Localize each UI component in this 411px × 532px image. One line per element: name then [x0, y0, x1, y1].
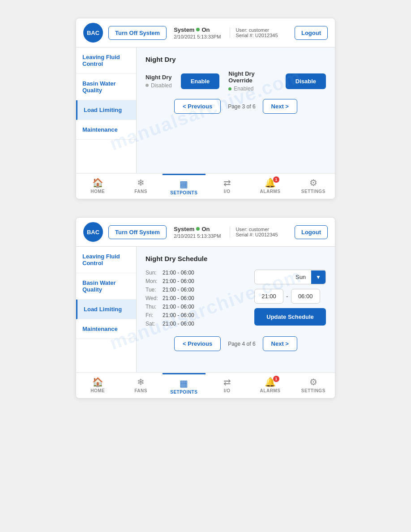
user-label: User: customer — [235, 27, 278, 33]
system-status: System On — [174, 26, 210, 33]
bac-logo: BAC — [83, 23, 103, 43]
turn-off-button-2[interactable]: Turn Off System — [108, 225, 167, 239]
page-info-1: Page 3 of 6 — [228, 103, 255, 110]
sidebar-item-load-limiting-2[interactable]: Load Limiting — [76, 300, 136, 319]
nav-home-1[interactable]: 🏠 HOME — [76, 174, 119, 199]
day-selector[interactable]: Sun ▼ — [254, 270, 326, 284]
nav-io-2[interactable]: ⇄ I/O — [206, 373, 248, 398]
sidebar-item-basin-water-2[interactable]: Basin Water Quality — [76, 273, 136, 300]
settings-icon: ⚙ — [309, 178, 317, 187]
nav-setpoints-1[interactable]: ▦ SETPOINTS — [163, 174, 206, 199]
day-mon: Mon: — [146, 278, 159, 284]
update-schedule-button[interactable]: Update Schedule — [254, 308, 326, 326]
time-fri: 21:00 - 06:00 — [163, 312, 194, 318]
schedule-list: Sun: 21:00 - 06:00 Mon: 21:00 - 06:00 Tu… — [146, 270, 245, 329]
time-sat: 21:00 - 06:00 — [163, 321, 194, 327]
sidebar-item-basin-water[interactable]: Basin Water Quality — [76, 74, 136, 100]
nav-settings-1[interactable]: ⚙ SETTINGS — [292, 174, 335, 199]
nav-alarms-2[interactable]: 🔔 1 ALARMS — [248, 373, 291, 398]
io-label-2: I/O — [224, 388, 231, 393]
system-label-2: System — [174, 226, 194, 232]
next-button-2[interactable]: Next > — [263, 336, 297, 351]
nav-fans-2[interactable]: ❄ FANS — [119, 373, 162, 398]
pagination-1: < Previous Page 3 of 6 Next > — [146, 92, 326, 117]
main-content-1: manualsarchive.com Leaving Fluid Control… — [76, 47, 335, 173]
disable-button[interactable]: Disable — [286, 73, 326, 89]
override-box: Night Dry Override Enabled — [228, 70, 276, 92]
day-tue: Tue: — [146, 287, 159, 293]
home-icon: 🏠 — [92, 178, 103, 187]
disabled-label: Disabled — [151, 82, 172, 89]
settings-label: SETTINGS — [301, 189, 325, 194]
home-label-2: HOME — [90, 388, 105, 393]
override-label: Night Dry Override — [228, 70, 276, 84]
schedule-row-wed: Wed: 21:00 - 06:00 — [146, 295, 245, 301]
schedule-controls: Sun ▼ - Update Schedule — [254, 270, 326, 329]
serial-label: Serial #: U2012345 — [235, 33, 278, 38]
nav-io-1[interactable]: ⇄ I/O — [206, 174, 248, 199]
sidebar-item-maintenance[interactable]: Maintenance — [76, 120, 136, 140]
setpoints-icon: ▦ — [180, 180, 188, 189]
main-content-2: manualsarchive.com Leaving Fluid Control… — [76, 247, 335, 372]
panel-2: BAC Turn Off System System On 2/10/2021 … — [76, 217, 335, 399]
start-time-input[interactable] — [254, 289, 283, 304]
alarm-badge-1: 1 — [273, 176, 279, 183]
schedule-row-mon: Mon: 21:00 - 06:00 — [146, 278, 245, 284]
sidebar-1: Leaving Fluid Control Basin Water Qualit… — [76, 47, 137, 173]
setpoints-label-2: SETPOINTS — [170, 390, 197, 395]
logout-button[interactable]: Logout — [295, 26, 328, 40]
schedule-row-sat: Sat: 21:00 - 06:00 — [146, 321, 245, 327]
sidebar-item-load-limiting[interactable]: Load Limiting — [76, 100, 136, 120]
setpoints-label: SETPOINTS — [170, 190, 197, 195]
fans-label: FANS — [134, 189, 147, 194]
bottom-nav-2: 🏠 HOME ❄ FANS ▦ SETPOINTS ⇄ I/O 🔔 1 ALAR… — [76, 372, 335, 398]
fans-icon-2: ❄ — [137, 378, 145, 386]
day-selector-arrow[interactable]: ▼ — [311, 270, 325, 284]
status-dot — [196, 28, 200, 31]
sidebar-item-leaving-fluid-2[interactable]: Leaving Fluid Control — [76, 247, 136, 273]
fans-label-2: FANS — [134, 388, 147, 393]
schedule-grid: Sun: 21:00 - 06:00 Mon: 21:00 - 06:00 Tu… — [146, 270, 326, 329]
schedule-row-thu: Thu: 21:00 - 06:00 — [146, 304, 245, 310]
time-mon: 21:00 - 06:00 — [163, 278, 194, 284]
override-status: Enabled — [228, 86, 253, 92]
nav-settings-2[interactable]: ⚙ SETTINGS — [292, 373, 335, 398]
day-selector-value: Sun — [255, 270, 311, 284]
enable-button[interactable]: Enable — [181, 73, 220, 89]
system-info: System On 2/10/2021 5:13:33PM — [174, 26, 221, 39]
time-inputs: - — [254, 289, 326, 304]
enabled-label: Enabled — [234, 86, 253, 92]
nav-fans-1[interactable]: ❄ FANS — [119, 174, 162, 199]
nav-alarms-1[interactable]: 🔔 1 ALARMS — [248, 174, 291, 199]
content-area-1: Night Dry Night Dry Disabled Enable Nigh… — [137, 47, 335, 173]
bottom-nav-1: 🏠 HOME ❄ FANS ▦ SETPOINTS ⇄ I/O 🔔 1 ALAR… — [76, 173, 335, 199]
system-datetime: 2/10/2021 5:13:33PM — [174, 34, 221, 39]
sidebar-2: Leaving Fluid Control Basin Water Qualit… — [76, 247, 137, 372]
enabled-dot — [228, 87, 231, 90]
end-time-input[interactable] — [291, 289, 320, 304]
nav-setpoints-2[interactable]: ▦ SETPOINTS — [163, 373, 206, 398]
settings-icon-2: ⚙ — [309, 378, 317, 386]
night-dry-label: Night Dry — [146, 74, 172, 81]
prev-button-1[interactable]: < Previous — [174, 99, 221, 114]
home-icon-2: 🏠 — [92, 378, 103, 386]
section-title-2: Night Dry Schedule — [146, 255, 326, 262]
serial-label-2: Serial #: U2012345 — [235, 232, 278, 237]
sidebar-item-maintenance-2[interactable]: Maintenance — [76, 319, 136, 339]
night-dry-row: Night Dry Disabled Enable Night Dry Over… — [146, 70, 326, 92]
time-sun: 21:00 - 06:00 — [163, 270, 194, 276]
prev-button-2[interactable]: < Previous — [174, 336, 221, 351]
night-dry-status: Disabled — [146, 82, 172, 89]
content-area-2: Night Dry Schedule Sun: 21:00 - 06:00 Mo… — [137, 247, 335, 372]
nav-home-2[interactable]: 🏠 HOME — [76, 373, 119, 398]
sidebar-item-leaving-fluid[interactable]: Leaving Fluid Control — [76, 47, 136, 74]
next-button-1[interactable]: Next > — [263, 99, 297, 114]
day-sat: Sat: — [146, 321, 159, 327]
section-title-1: Night Dry — [146, 56, 326, 63]
time-thu: 21:00 - 06:00 — [163, 304, 194, 310]
bac-logo-2: BAC — [83, 222, 103, 242]
system-on-label: On — [201, 26, 210, 33]
turn-off-button[interactable]: Turn Off System — [108, 26, 167, 40]
logout-button-2[interactable]: Logout — [295, 225, 328, 239]
schedule-row-tue: Tue: 21:00 - 06:00 — [146, 287, 245, 293]
